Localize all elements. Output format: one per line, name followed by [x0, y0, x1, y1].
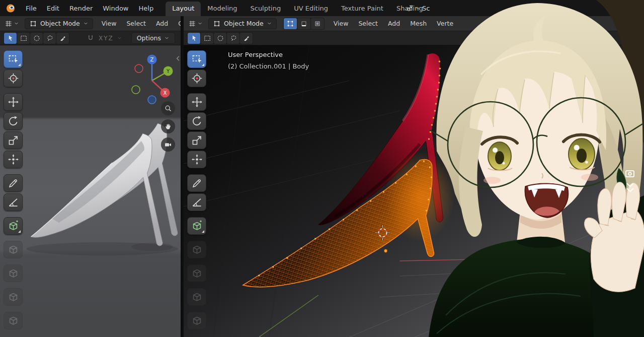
menu-window[interactable]: Window: [98, 2, 133, 15]
axis-letter-x[interactable]: X: [99, 35, 103, 42]
tool-add-cube[interactable]: [4, 217, 23, 235]
tool-cube-11[interactable]: [4, 288, 23, 306]
menu-help[interactable]: Help: [134, 2, 159, 15]
select-mode-lasso[interactable]: [43, 33, 56, 44]
mesh-select-mode-toggles: [283, 18, 325, 30]
viewport-right-menus: ViewSelectAddMeshVerte: [329, 17, 458, 30]
viewport-left-canvas[interactable]: Z Y X: [0, 45, 181, 337]
menu-edit[interactable]: Edit: [42, 2, 64, 15]
tool-cube-12[interactable]: [4, 312, 23, 329]
navigation-gizmo[interactable]: Z Y X: [127, 49, 177, 105]
sidebar-toggle-chevron[interactable]: [175, 54, 181, 62]
tool-add-cube[interactable]: [187, 217, 206, 235]
face-select-toggle[interactable]: [311, 18, 324, 29]
axis-letter-y[interactable]: Y: [104, 35, 107, 42]
tool-cursor[interactable]: [4, 70, 23, 87]
zoom-button[interactable]: [161, 101, 175, 115]
vp-right-menu-verte[interactable]: Verte: [432, 17, 458, 30]
axis-letter-z[interactable]: Z: [109, 35, 113, 42]
select-mode-circle[interactable]: [30, 33, 43, 44]
select-mode-tweak[interactable]: [188, 33, 200, 44]
blender-logo-icon[interactable]: [5, 3, 16, 14]
tool-scale[interactable]: [4, 131, 23, 149]
select-mode-box[interactable]: [201, 33, 213, 44]
vertex-select-toggle[interactable]: [284, 18, 297, 29]
menu-render[interactable]: Render: [64, 2, 98, 15]
add-cube-icon: [8, 220, 19, 232]
object-mode-icon: [213, 20, 221, 28]
workspace-tab-modeling[interactable]: Modeling: [201, 2, 244, 16]
select-mode-lasso[interactable]: [227, 33, 239, 44]
vp-right-menu-add[interactable]: Add: [383, 17, 405, 30]
scene-icon: [406, 4, 414, 12]
scene-selector[interactable]: Sc: [406, 0, 430, 16]
workspace-tab-uv-editing[interactable]: UV Editing: [287, 2, 335, 16]
vp-left-menu-view[interactable]: View: [97, 17, 122, 30]
editor-type-button[interactable]: [3, 19, 21, 29]
select-paint-icon: [59, 34, 67, 42]
chevron-down-icon: [415, 6, 421, 11]
pan-button[interactable]: [161, 119, 175, 133]
viewport-left-header: Object Mode ViewSelectAddOb: [0, 16, 181, 31]
select-mode-circle[interactable]: [214, 33, 226, 44]
tool-rotate[interactable]: [187, 112, 206, 130]
camera-view-button[interactable]: [161, 138, 175, 152]
tool-cursor[interactable]: [187, 70, 206, 87]
vp-left-menu-select[interactable]: Select: [121, 17, 151, 30]
tool-transform[interactable]: [187, 151, 206, 168]
vp-right-menu-mesh[interactable]: Mesh: [405, 17, 432, 30]
tool-cube-10[interactable]: [187, 264, 206, 282]
tool-measure[interactable]: [187, 193, 206, 211]
select-lasso-icon: [46, 34, 54, 42]
tool-measure[interactable]: [4, 193, 23, 211]
cursor-icon: [191, 73, 203, 84]
vp-left-menu-add[interactable]: Add: [151, 17, 173, 30]
tool-scale[interactable]: [187, 131, 206, 149]
select-mode-box[interactable]: [17, 33, 30, 44]
transform-icon: [8, 154, 19, 165]
vp-right-menu-select[interactable]: Select: [353, 17, 383, 30]
chevron-down-icon: [197, 21, 203, 26]
viewport-info-overlay: User Perspective (2) Collection.001 | Bo…: [228, 49, 309, 73]
mode-dropdown[interactable]: Object Mode: [208, 18, 277, 29]
workspace-tab-layout[interactable]: Layout: [166, 2, 201, 16]
transform-axes-group: XYZ: [87, 34, 122, 42]
tool-annotate[interactable]: [187, 174, 206, 192]
tool-select-box[interactable]: [4, 50, 23, 68]
cube-icon: [8, 291, 19, 303]
tool-cube-9[interactable]: [187, 241, 206, 258]
workspace-tab-texture-paint[interactable]: Texture Paint: [335, 2, 390, 16]
edge-select-toggle[interactable]: [297, 18, 310, 29]
select-mode-paint[interactable]: [240, 33, 253, 44]
tool-annotate[interactable]: [4, 174, 23, 192]
edge-select-icon: [300, 20, 308, 28]
face-select-icon: [313, 20, 321, 28]
cube-icon: [8, 244, 19, 255]
tool-cube-12[interactable]: [187, 312, 206, 329]
tool-select-box[interactable]: [187, 50, 206, 68]
tool-transform[interactable]: [4, 151, 23, 168]
viewport-right-canvas[interactable]: User Perspective (2) Collection.001 | Bo…: [184, 45, 644, 337]
gizmo-z-label[interactable]: Z: [150, 57, 154, 62]
tool-cube-10[interactable]: [4, 264, 23, 282]
tool-cube-9[interactable]: [4, 241, 23, 258]
menu-file[interactable]: File: [21, 2, 42, 15]
object-mode-icon: [29, 20, 37, 28]
tool-rotate[interactable]: [4, 112, 23, 130]
select-circle-icon: [33, 34, 41, 42]
editor-type-button[interactable]: [186, 19, 205, 29]
vp-right-menu-view[interactable]: View: [329, 17, 354, 30]
select-mode-paint[interactable]: [56, 33, 69, 44]
chevron-down-icon: [117, 35, 122, 41]
workspace-tab-sculpting[interactable]: Sculpting: [244, 2, 287, 16]
tool-cube-11[interactable]: [187, 288, 206, 306]
options-dropdown[interactable]: Options: [131, 32, 175, 44]
tool-move[interactable]: [4, 93, 23, 111]
gizmo-y-label[interactable]: Y: [166, 69, 170, 74]
gizmo-x-label[interactable]: X: [164, 90, 167, 96]
select-mode-tweak[interactable]: [4, 33, 17, 44]
vp-left-menu-ob[interactable]: Ob: [173, 17, 182, 30]
mode-dropdown[interactable]: Object Mode: [25, 18, 93, 29]
tool-move[interactable]: [187, 93, 206, 111]
cursor-icon: [8, 73, 19, 84]
